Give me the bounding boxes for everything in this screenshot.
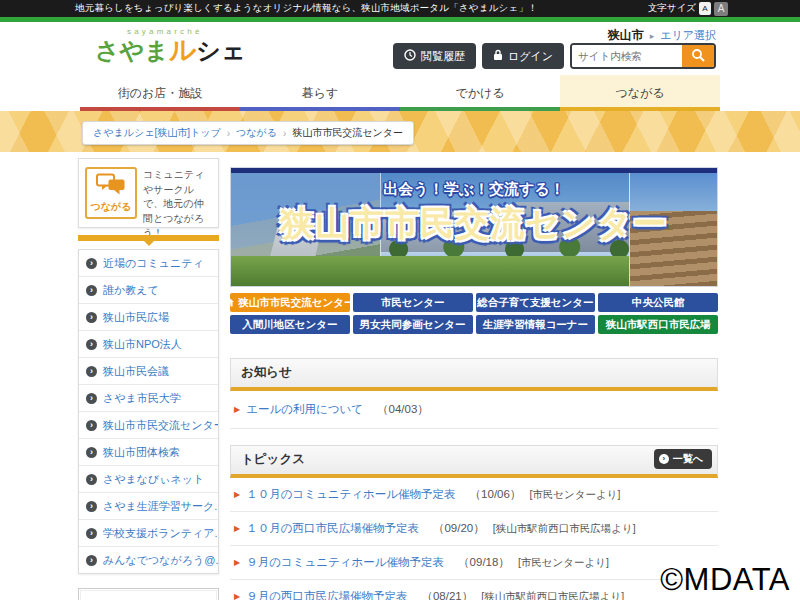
nav-item-connect[interactable]: つながる <box>560 75 720 111</box>
nav-item-outing[interactable]: でかける <box>400 75 560 111</box>
breadcrumb-separator-icon: › <box>227 128 230 139</box>
sidebar: つながる コミュニティやサークルで、地元の仲間とつながろう！ ›近場のコミュニテ… <box>78 158 219 600</box>
shop-news-box: お店のニュース <box>78 588 219 600</box>
facility-button-irumagawa-center[interactable]: 入間川地区センター <box>230 315 350 334</box>
logo-part-green: さやま <box>95 37 169 64</box>
history-button-label: 閲覧履歴 <box>421 49 465 64</box>
topic-item-row: ▶ １０月の西口市民広場催物予定表 （09/20） [狭山市駅前西口市民広場より… <box>230 512 718 546</box>
topic-item-link[interactable]: ９月の西口市民広場催物予定表 <box>246 589 407 600</box>
site-header: sayamarché さやまルシェ 狭山市 ▸ エリア選択 閲覧履歴 ログイン <box>0 22 800 75</box>
topic-item-date: （09/20） <box>433 521 485 536</box>
breadcrumb-band: さやまルシェ[狭山市]トップ › つながる › 狭山市市民交流センター <box>0 111 800 152</box>
chevron-right-icon: › <box>86 528 97 539</box>
sidebar-item-ask-someone[interactable]: ›誰か教えて <box>79 277 218 304</box>
facility-button-childcare-center[interactable]: 総合子育て支援センター <box>476 293 596 312</box>
sidebar-item-label: さやまなびぃネット <box>103 472 204 486</box>
font-size-label: 文字サイズ <box>648 2 696 15</box>
facility-button-label: 入間川地区センター <box>242 318 337 332</box>
sidebar-item-label: 狭山市民広場 <box>103 310 169 324</box>
triangle-right-icon: ▶ <box>234 490 240 499</box>
speech-bubbles-icon <box>96 173 126 199</box>
sidebar-item-label: 誰か教えて <box>103 283 159 297</box>
chevron-right-icon: › <box>86 339 97 350</box>
facility-button-label: 男女共同参画センター <box>360 318 466 332</box>
sidebar-item-label: 学校支援ボランティア... <box>103 526 218 540</box>
triangle-right-icon: ▶ <box>234 524 240 533</box>
facility-button-central-hall[interactable]: 中央公民館 <box>598 293 718 312</box>
triangle-right-icon: ▶ <box>234 558 240 567</box>
breadcrumb-home-link[interactable]: さやまルシェ[狭山市]トップ <box>93 126 221 140</box>
sidebar-item-lifelong-learning[interactable]: ›さやま生涯学習サーク... <box>79 493 218 520</box>
site-logo[interactable]: sayamarché さやまルシェ <box>95 27 245 64</box>
news-item-link[interactable]: エールの利用について <box>246 402 363 417</box>
topics-more-button[interactable]: › 一覧へ <box>654 449 712 469</box>
news-item-date: （04/03） <box>377 402 429 417</box>
banner-catchphrase: 出会う！学ぶ！交流する！ <box>231 180 717 199</box>
site-tagline: 地元暮らしをちょっぴり楽しくするようなオリジナル情報なら、狭山市地域ポータル「さ… <box>75 2 538 15</box>
sidebar-item-group-search[interactable]: ›狭山市団体検索 <box>79 439 218 466</box>
facility-button-label: 狭山市市民交流センター <box>238 296 350 310</box>
facility-button-grid: 狭山市市民交流センター 市民センター 総合子育て支援センター 中央公民館 入間川… <box>230 293 718 334</box>
sidebar-item-citizen-plaza[interactable]: ›狭山市民広場 <box>79 304 218 331</box>
facility-button-exchange-center[interactable]: 狭山市市民交流センター <box>230 293 350 312</box>
search-icon <box>691 48 705 65</box>
chevron-right-icon: › <box>86 285 97 296</box>
category-description: コミュニティやサークルで、地元の仲間とつながろう！ <box>143 167 212 219</box>
nav-item-shops[interactable]: 街のお店・施設 <box>80 75 240 111</box>
chevron-right-icon: › <box>86 366 97 377</box>
news-section-title: お知らせ <box>241 365 292 379</box>
sidebar-item-exchange-center[interactable]: ›狭山市市民交流センター <box>79 412 218 439</box>
sidebar-item-nearby-community[interactable]: ›近場のコミュニティ <box>79 250 218 277</box>
sidebar-item-citizen-univ[interactable]: ›さやま市民大学 <box>79 385 218 412</box>
clock-icon <box>404 49 416 63</box>
sidebar-category-box: つながる コミュニティやサークルで、地元の仲間とつながろう！ <box>78 158 219 228</box>
topic-item-date: （09/18） <box>458 555 510 570</box>
facility-button-west-plaza[interactable]: 狭山市駅西口市民広場 <box>598 315 718 334</box>
lock-icon <box>493 49 503 63</box>
sidebar-item-citizen-council[interactable]: ›狭山市民会議 <box>79 358 218 385</box>
sidebar-item-npo[interactable]: ›狭山市NPO法人 <box>79 331 218 358</box>
topic-item-source: [市民センターより] <box>518 556 609 570</box>
home-icon <box>230 297 234 309</box>
header-controls: 閲覧履歴 ログイン <box>393 43 716 69</box>
topic-item-link[interactable]: １０月のコミュニティホール催物予定表 <box>246 487 455 502</box>
sidebar-item-label: 狭山市NPO法人 <box>103 337 182 351</box>
font-size-small-button[interactable]: A <box>699 2 711 15</box>
topic-item-link[interactable]: ９月のコミュニティホール催物予定表 <box>246 555 444 570</box>
sidebar-item-tsunagarou[interactable]: ›みんなでつながろう@... <box>79 547 218 573</box>
sidebar-item-label: みんなでつながろう@... <box>103 553 218 567</box>
facility-button-learning-corner[interactable]: 生涯学習情報コーナー <box>476 315 596 334</box>
topics-more-label: 一覧へ <box>673 452 703 466</box>
facility-button-gender-center[interactable]: 男女共同参画センター <box>353 315 473 334</box>
topic-item-row: ▶ １０月のコミュニティホール催物予定表 （10/06） [市民センターより] <box>230 478 718 512</box>
topic-item-link[interactable]: １０月の西口市民広場催物予定表 <box>246 521 419 536</box>
facility-button-label: 狭山市駅西口市民広場 <box>606 318 711 332</box>
global-nav-inner: 街のお店・施設 暮らす でかける つながる <box>80 75 720 111</box>
facility-button-label: 中央公民館 <box>632 296 685 310</box>
sidebar-item-manabi-net[interactable]: ›さやまなびぃネット <box>79 466 218 493</box>
chevron-right-icon: › <box>86 447 97 458</box>
breadcrumb-connect-link[interactable]: つながる <box>236 126 277 140</box>
font-size-large-button[interactable]: A <box>714 2 728 16</box>
logo-part-black: シェ <box>196 37 245 64</box>
banner-title: 狭山市市民交流センター <box>231 201 717 247</box>
breadcrumb-separator-icon: › <box>283 128 286 139</box>
nav-item-label: 暮らす <box>302 86 339 100</box>
sidebar-item-school-volunteer[interactable]: ›学校支援ボランティア... <box>79 520 218 547</box>
nav-item-living[interactable]: 暮らす <box>240 75 400 111</box>
triangle-right-icon: ▶ <box>234 405 240 414</box>
sidebar-menu: ›近場のコミュニティ ›誰か教えて ›狭山市民広場 ›狭山市NPO法人 ›狭山市… <box>78 249 219 574</box>
area-select-link[interactable]: エリア選択 <box>660 28 716 43</box>
search-button[interactable] <box>682 45 714 67</box>
search-input[interactable] <box>572 45 682 67</box>
chevron-right-icon: › <box>86 420 97 431</box>
facility-button-citizen-center[interactable]: 市民センター <box>353 293 473 312</box>
facility-banner-image: 出会う！学ぶ！交流する！ 狭山市市民交流センター <box>230 167 718 287</box>
sidebar-item-label: さやま生涯学習サーク... <box>103 499 218 513</box>
category-icon-box: つながる <box>85 167 137 219</box>
main-content: 出会う！学ぶ！交流する！ 狭山市市民交流センター 狭山市市民交流センター 市民セ… <box>230 167 718 600</box>
page: 地元暮らしをちょっぴり楽しくするようなオリジナル情報なら、狭山市地域ポータル「さ… <box>0 0 800 600</box>
history-button[interactable]: 閲覧履歴 <box>393 43 476 69</box>
login-button[interactable]: ログイン <box>482 43 564 69</box>
sidebar-item-label: 狭山市市民交流センター <box>103 418 218 432</box>
